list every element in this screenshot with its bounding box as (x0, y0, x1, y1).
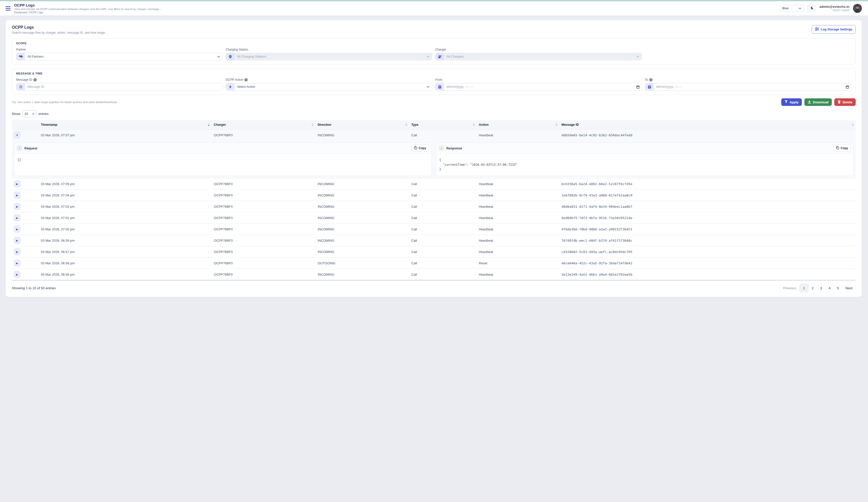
pagination-previous[interactable]: Previous (780, 284, 799, 292)
trash-icon (838, 100, 841, 104)
sort-icon[interactable] (852, 123, 854, 126)
cell-action: Heartbeat (477, 246, 559, 257)
cell-message-id: 1ebf882b-8cf9-43a3-a988-817efe1aa8c9 (559, 189, 856, 201)
date-picker-icon[interactable] (637, 85, 639, 89)
sort-icon[interactable] (311, 123, 313, 126)
expand-row-button[interactable]: ▼ (14, 132, 20, 139)
ocpp-action-label: OCPP Action (226, 78, 244, 82)
expand-row-button[interactable]: ▶ (14, 192, 20, 199)
cell-direction: INCOMING (316, 178, 409, 189)
cell-type: Call (409, 212, 477, 224)
hamburger-menu-icon[interactable] (6, 6, 11, 11)
expand-row-button[interactable]: ▶ (14, 259, 20, 267)
to-datetime-field[interactable]: dd/mm/yyyy, --:-- -- (645, 83, 852, 91)
cell-message-id: 3e13e249-4a52-4bb1-a9ad-681e2f02ee5b (559, 269, 856, 280)
column-header-message-id[interactable]: Message ID (559, 120, 856, 130)
column-header-type[interactable]: Type (409, 120, 477, 130)
to-datetime-value: dd/mm/yyyy, --:-- -- (654, 85, 846, 89)
copy-request-button[interactable]: Copy (411, 145, 429, 152)
info-icon[interactable]: i (649, 78, 652, 82)
request-payload: {} (14, 154, 432, 176)
cell-type: Call (409, 235, 477, 246)
card-title: OCPP Logs (12, 25, 106, 30)
cell-direction: INCOMING (316, 235, 409, 246)
theme-select[interactable]: Blue (780, 5, 804, 12)
table-row: ▶ 03 Mar 2026, 07:00 pm OCPP76BF0 INCOMI… (12, 224, 856, 235)
sort-icon[interactable] (556, 123, 557, 126)
download-button[interactable]: Download (804, 98, 832, 106)
message-time-section: MESSAGE & TIME Message ID i (12, 69, 856, 95)
partner-select[interactable]: All Partners (16, 53, 223, 60)
cell-timestamp: 03 Mar 2026, 07:00 pm (39, 224, 212, 235)
column-header-direction[interactable]: Direction (316, 120, 409, 130)
sort-icon[interactable] (473, 123, 475, 126)
cell-type: Call (409, 246, 477, 257)
table-row: ▶ 03 Mar 2026, 06:56 pm OCPP76BF0 INCOMI… (12, 269, 856, 280)
page-title: OCPP Logs (14, 3, 162, 7)
info-icon[interactable]: i (245, 78, 248, 82)
cell-action: Heartbeat (477, 201, 559, 212)
pagination-page-3[interactable]: 3 (817, 284, 826, 292)
cell-timestamp: 03 Mar 2026, 07:05 pm (39, 178, 212, 189)
from-label: From (435, 78, 442, 82)
chevron-down-icon (427, 86, 430, 88)
apply-button[interactable]: Apply (781, 98, 802, 106)
breadcrumb[interactable]: Dashboard / OCPP Logs (14, 11, 162, 14)
expand-row-button[interactable]: ▶ (14, 226, 20, 233)
cell-message-id: cd158b82-5c83-493a-aefc-ac8dc93dc705 (559, 246, 856, 257)
expand-row-button[interactable]: ▶ (14, 237, 20, 244)
expand-row-button[interactable]: ▶ (14, 203, 20, 210)
user-role-badge: ROOT USER (833, 9, 849, 12)
expand-row-button[interactable]: ▶ (14, 180, 20, 187)
copy-response-button[interactable]: Copy (833, 145, 851, 152)
table-header-row: Timestamp Charger Direction Type Action … (12, 120, 856, 130)
ocpp-action-select[interactable]: Select Action (226, 83, 433, 91)
pagination-page-5[interactable]: 5 (834, 284, 843, 292)
user-info: admin@evtechs.in ROOT USER (819, 5, 849, 12)
table-row: ▶ 03 Mar 2026, 06:59 pm OCPP76BF0 INCOMI… (12, 235, 856, 246)
page-body: OCPP Logs Search message flow by charger… (0, 16, 868, 303)
scope-section: SCOPE Partner All Partners (12, 39, 856, 65)
dark-mode-toggle[interactable] (807, 4, 816, 12)
cell-type: Call (409, 257, 477, 269)
expand-column-header (12, 120, 39, 130)
page-size-select[interactable]: 10 (22, 110, 37, 117)
cell-charger: OCPP76BF0 (212, 130, 316, 141)
cell-direction: OUTGOING (316, 257, 409, 269)
log-storage-settings-button[interactable]: Log Storage Settings (812, 25, 856, 34)
moon-icon (810, 6, 814, 11)
expand-row-button[interactable]: ▶ (14, 248, 20, 255)
expand-row-button[interactable]: ▶ (14, 271, 20, 278)
pagination-next[interactable]: Next (842, 284, 856, 292)
date-picker-icon[interactable] (846, 85, 849, 89)
message-id-field[interactable] (16, 83, 223, 91)
charging-station-select: All Charging Stations (226, 53, 433, 60)
column-header-charger[interactable]: Charger (212, 120, 316, 130)
charger-label: Charger (435, 48, 642, 51)
app-header: OCPP Logs View and monitor all OCPP comm… (0, 1, 868, 16)
pagination-page-1[interactable]: 1 (799, 284, 809, 292)
cell-message-id: bcb33ba5-6a24-4892-b6e2-52287f6cfd5e (559, 178, 856, 189)
table-row: ▶ 03 Mar 2026, 07:03 pm OCPP76BF0 INCOMI… (12, 201, 856, 212)
column-header-timestamp[interactable]: Timestamp (39, 120, 212, 130)
sort-icon[interactable] (405, 123, 407, 126)
response-panel-title: Response (446, 146, 462, 150)
cell-action: Heartbeat (477, 235, 559, 246)
info-icon[interactable]: i (33, 78, 37, 82)
cell-timestamp: 03 Mar 2026, 07:03 pm (39, 201, 212, 212)
from-datetime-field[interactable]: dd/mm/yyyy, --:-- -- (435, 83, 642, 91)
sort-icon[interactable] (208, 123, 210, 126)
pagination-page-4[interactable]: 4 (825, 284, 834, 292)
avatar[interactable] (853, 4, 862, 13)
cell-direction: INCOMING (316, 246, 409, 257)
cell-charger: OCPP76BF0 (212, 246, 316, 257)
delete-button[interactable]: Delete (834, 98, 856, 106)
cell-charger: OCPP76BF0 (212, 257, 316, 269)
message-id-input[interactable] (25, 85, 223, 89)
pagination-page-2[interactable]: 2 (808, 284, 817, 292)
charging-station-label: Charging Station (226, 48, 433, 51)
column-header-action[interactable]: Action (477, 120, 559, 130)
cell-direction: INCOMING (316, 224, 409, 235)
scope-section-label: SCOPE (16, 42, 851, 45)
expand-row-button[interactable]: ▶ (14, 214, 20, 221)
